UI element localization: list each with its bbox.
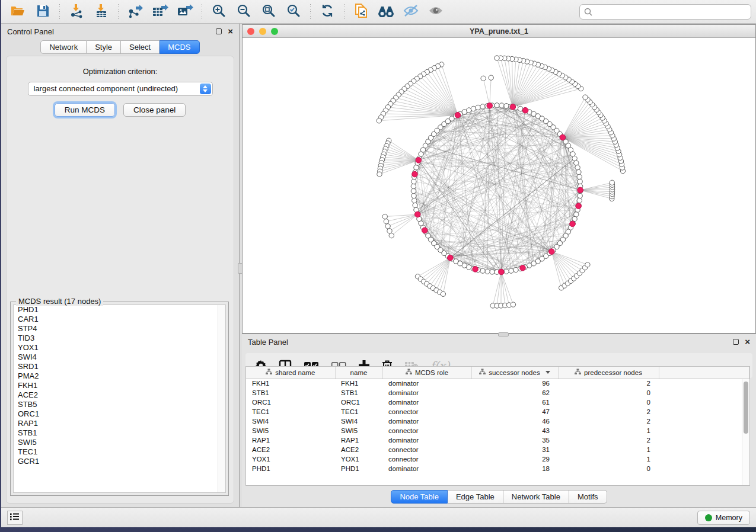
network-canvas[interactable] [243, 38, 755, 333]
mcds-result-item[interactable]: STB5 [14, 400, 225, 409]
float-window-icon[interactable] [733, 339, 739, 345]
network-node[interactable] [389, 233, 394, 238]
mcds-result-item[interactable]: YOX1 [14, 343, 225, 352]
hide-selected-button[interactable] [399, 2, 423, 21]
table-row[interactable]: SWI5SWI5connector431 [246, 426, 749, 435]
table-row[interactable]: TEC1TEC1connector472 [246, 407, 749, 416]
network-node[interactable] [385, 224, 390, 229]
network-node[interactable] [577, 198, 582, 203]
mcds-node[interactable] [422, 227, 428, 233]
network-node[interactable] [481, 76, 486, 81]
mcds-result-item[interactable]: STP4 [14, 324, 225, 334]
network-node[interactable] [504, 104, 509, 108]
network-node[interactable] [490, 270, 495, 274]
close-panel-icon[interactable]: × [228, 28, 233, 34]
network-node[interactable] [384, 219, 388, 224]
mcds-list-scrollbar[interactable] [218, 305, 225, 492]
network-node[interactable] [412, 193, 416, 198]
tab-node-table[interactable]: Node Table [391, 490, 448, 504]
window-minimize-icon[interactable] [259, 28, 266, 35]
mcds-node[interactable] [455, 112, 461, 118]
export-image-button[interactable] [173, 2, 197, 21]
memory-button[interactable]: Memory [697, 511, 750, 525]
network-node[interactable] [476, 105, 480, 110]
table-row[interactable]: ORC1ORC1dominator610 [246, 398, 749, 407]
copy-network-button[interactable] [349, 2, 373, 21]
table-row[interactable]: RAP1RAP1dominator352 [246, 435, 749, 445]
network-node[interactable] [518, 106, 522, 111]
network-node[interactable] [499, 103, 504, 108]
network-node[interactable] [471, 106, 476, 111]
horizontal-splitter-grip[interactable] [498, 332, 509, 336]
mcds-node[interactable] [499, 269, 505, 275]
network-node[interactable] [610, 180, 614, 185]
mcds-result-item[interactable]: SRD1 [14, 362, 225, 371]
zoom-fit-button[interactable] [257, 2, 280, 21]
network-node[interactable] [583, 95, 588, 100]
network-node[interactable] [511, 302, 515, 307]
first-neighbors-button[interactable] [374, 2, 398, 21]
mcds-node[interactable] [416, 158, 422, 164]
column-header-predecessor-nodes[interactable]: predecessor nodes [558, 367, 659, 379]
search-input[interactable] [579, 4, 751, 20]
mcds-result-item[interactable]: PHD1 [14, 305, 225, 315]
mcds-result-item[interactable]: PMA2 [14, 371, 225, 381]
zoom-out-button[interactable] [232, 2, 256, 21]
mcds-result-item[interactable]: SWI4 [14, 352, 225, 362]
network-node[interactable] [578, 193, 582, 198]
panel-menu-button[interactable] [7, 511, 23, 525]
import-network-button[interactable] [65, 2, 88, 21]
mcds-node[interactable] [578, 187, 583, 193]
tab-network[interactable]: Network [40, 40, 87, 54]
mcds-node[interactable] [448, 255, 454, 261]
tab-select[interactable]: Select [121, 40, 160, 54]
column-header-name[interactable]: name [335, 367, 382, 379]
network-node[interactable] [509, 268, 513, 273]
network-window-titlebar[interactable]: YPA_prune.txt_1 [243, 25, 755, 38]
mcds-result-item[interactable]: TEC1 [14, 447, 225, 457]
mcds-result-list[interactable]: PHD1CAR1STP4TID3YOX1SWI4SRD1PMA2FKH1ACE2… [13, 305, 226, 493]
network-node[interactable] [382, 214, 387, 219]
network-node[interactable] [495, 56, 499, 60]
tab-motifs[interactable]: Motifs [569, 490, 607, 504]
table-row[interactable]: FKH1FKH1dominator962 [246, 379, 749, 388]
zoom-selected-button[interactable] [282, 2, 305, 21]
show-all-button[interactable] [424, 2, 448, 21]
open-file-button[interactable] [6, 2, 30, 21]
save-session-button[interactable] [31, 2, 55, 21]
table-scrollbar-thumb[interactable] [744, 382, 748, 434]
network-node[interactable] [578, 179, 582, 184]
mcds-node[interactable] [576, 203, 582, 209]
optimization-criterion-select[interactable]: largest connected component (undirected) [28, 82, 213, 96]
table-row[interactable]: ACE2ACE2connector311 [246, 445, 749, 454]
network-node[interactable] [377, 118, 381, 123]
network-node[interactable] [489, 75, 493, 80]
network-node[interactable] [574, 161, 579, 165]
table-row[interactable]: STB1STB1dominator620 [246, 388, 749, 398]
mcds-node[interactable] [520, 265, 526, 271]
tab-network-table[interactable]: Network Table [503, 490, 569, 504]
mcds-node[interactable] [560, 134, 566, 140]
network-node[interactable] [412, 179, 416, 184]
mcds-result-item[interactable]: SWI5 [14, 438, 225, 447]
network-node[interactable] [480, 104, 485, 109]
mcds-result-item[interactable]: CAR1 [14, 315, 225, 324]
column-header-shared-name[interactable]: shared name [246, 367, 335, 379]
mcds-node[interactable] [510, 104, 516, 110]
mcds-node[interactable] [522, 108, 528, 114]
export-network-button[interactable] [123, 2, 147, 21]
run-mcds-button[interactable]: Run MCDS [55, 103, 115, 117]
refresh-button[interactable] [315, 2, 339, 21]
network-node[interactable] [411, 184, 416, 188]
table-row[interactable]: YOX1YOX1connector291 [246, 454, 749, 464]
tab-mcds[interactable]: MCDS [160, 40, 199, 54]
table-scrollbar[interactable] [742, 379, 749, 485]
mcds-node[interactable] [473, 267, 479, 273]
mcds-result-item[interactable]: GCR1 [14, 457, 225, 466]
network-node[interactable] [467, 108, 471, 113]
network-node[interactable] [413, 203, 417, 207]
network-node[interactable] [575, 165, 580, 170]
network-node[interactable] [495, 103, 499, 108]
network-node[interactable] [411, 188, 416, 193]
mcds-result-item[interactable]: STB1 [14, 428, 225, 438]
